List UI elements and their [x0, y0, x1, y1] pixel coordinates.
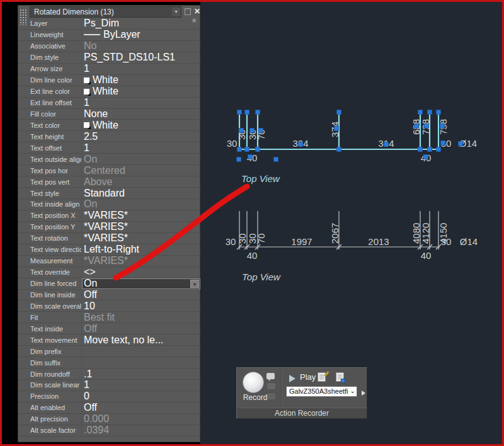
close-icon[interactable]: ✕: [193, 7, 202, 16]
property-row-text-position-x[interactable]: Text position X*VARIES*: [18, 210, 200, 222]
property-label: Dim style: [18, 52, 82, 63]
property-row-lineweight[interactable]: LineweightByLayer: [18, 30, 200, 41]
property-label: Dim prefix: [18, 346, 82, 357]
property-row-text-inside[interactable]: Text insideOff: [18, 323, 200, 334]
action-macro-dropdown[interactable]: GalvZ350A3sheetfi ⌄: [286, 386, 357, 397]
property-value[interactable]: White: [82, 75, 200, 86]
play-button-label[interactable]: Play: [300, 372, 316, 382]
property-label: Dim roundoff: [18, 369, 82, 379]
property-row-dim-prefix[interactable]: Dim prefix: [18, 346, 200, 357]
property-row-alt-enabled[interactable]: Alt enabledOff: [18, 403, 200, 414]
object-type-dropdown[interactable]: Rotated Dimension (13) ▾: [30, 6, 181, 18]
property-row-dim-style[interactable]: Dim stylePS_STD_DS10-LS1: [18, 52, 200, 64]
property-row-text-pos-vert[interactable]: Text pos vertAbove: [18, 176, 200, 188]
property-row-dim-suffix[interactable]: Dim suffix: [18, 357, 200, 369]
property-row-text-inside-align[interactable]: Text inside alignOn: [18, 199, 200, 210]
property-row-dim-line-forced[interactable]: Dim line forcedOn▾: [18, 278, 200, 290]
property-label: Text override: [18, 267, 82, 278]
property-row-text-view-direction[interactable]: Text view directionLeft-to-Right: [18, 244, 200, 256]
panel-separator: [281, 370, 282, 406]
property-value[interactable]: *VARIES*: [82, 233, 200, 244]
property-row-dim-roundoff[interactable]: Dim roundoff.1: [18, 369, 200, 380]
property-value[interactable]: Move text, no le...: [82, 334, 200, 345]
property-row-dim-scale-linear[interactable]: Dim scale linear1: [18, 380, 200, 391]
property-row-fit[interactable]: FitBest fit: [18, 312, 200, 323]
property-value[interactable]: Left-to-Right: [82, 244, 200, 255]
property-row-associative[interactable]: AssociativeNo: [18, 41, 200, 52]
property-row-ext-line-offset[interactable]: Ext line offset1: [18, 98, 200, 109]
property-label: Ext line color: [18, 86, 82, 97]
property-value[interactable]: Ps_Dim: [82, 18, 200, 29]
property-value[interactable]: Standard: [82, 188, 200, 198]
property-value[interactable]: None: [82, 109, 200, 120]
record-button[interactable]: [243, 372, 264, 393]
property-label: Text position Y: [18, 222, 82, 232]
property-value[interactable]: PS_STD_DS10-LS1: [82, 52, 200, 63]
pause-user-input-icon[interactable]: [267, 393, 275, 399]
property-value[interactable]: On: [82, 199, 200, 210]
property-row-dim-scale-overall[interactable]: Dim scale overall10: [18, 300, 200, 312]
property-row-text-position-y[interactable]: Text position Y*VARIES*: [18, 222, 200, 233]
property-row-text-offset[interactable]: Text offset1: [18, 142, 200, 154]
property-value[interactable]: On: [82, 154, 200, 164]
property-value[interactable]: .1: [82, 369, 200, 379]
property-row-dim-line-color[interactable]: Dim line colorWhite: [18, 75, 200, 86]
property-value[interactable]: [82, 346, 200, 357]
quick-select-icon[interactable]: [185, 8, 191, 15]
property-row-text-style[interactable]: Text styleStandard: [18, 188, 200, 199]
property-value[interactable]: *VARIES*: [82, 210, 200, 221]
property-row-measurement[interactable]: Measurement*VARIES*: [18, 256, 200, 267]
property-row-text-pos-hor[interactable]: Text pos horCentered: [18, 165, 200, 176]
property-value[interactable]: *VARIES*: [82, 256, 200, 266]
property-value[interactable]: <>: [82, 267, 200, 278]
property-value[interactable]: No: [82, 41, 200, 52]
property-value[interactable]: 0.000: [82, 414, 200, 425]
property-row-text-color[interactable]: Text colorWhite: [18, 120, 200, 131]
property-row-alt-precision[interactable]: Alt precision0.000: [18, 414, 200, 425]
property-value[interactable]: 1: [82, 98, 200, 108]
chevron-down-icon[interactable]: ▾: [172, 8, 180, 16]
property-row-arrow-size[interactable]: Arrow size1: [18, 64, 200, 75]
property-value[interactable]: White: [82, 120, 200, 130]
property-value[interactable]: ByLayer: [82, 30, 200, 40]
property-row-alt-scale-factor[interactable]: Alt scale factor.0394: [18, 425, 200, 437]
property-row-text-outside-align[interactable]: Text outside alignOn: [18, 154, 200, 165]
property-value[interactable]: 1: [82, 380, 200, 391]
play-icon[interactable]: [289, 375, 295, 382]
property-row-ext-line-color[interactable]: Ext line colorWhite: [18, 86, 200, 98]
property-value[interactable]: Centered: [82, 165, 200, 176]
property-row-fill-color[interactable]: Fill colorNone: [18, 109, 200, 120]
insert-message-icon[interactable]: [266, 373, 275, 379]
property-label: Text position X: [18, 210, 82, 221]
property-value[interactable]: 10: [82, 300, 200, 311]
property-value[interactable]: Off: [82, 290, 200, 300]
property-row-text-movement[interactable]: Text movementMove text, no le...: [18, 334, 200, 346]
color-swatch-icon: [84, 77, 89, 83]
property-row-precision[interactable]: Precision0: [18, 391, 200, 403]
property-value[interactable]: Off: [82, 403, 200, 413]
property-row-dim-line-inside[interactable]: Dim line insideOff: [18, 290, 200, 301]
panel-expand-icon[interactable]: [362, 391, 365, 396]
property-row-layer[interactable]: LayerPs_Dim: [18, 18, 200, 30]
property-value[interactable]: Off: [82, 323, 200, 334]
property-value[interactable]: On▾: [82, 278, 200, 289]
property-value[interactable]: White: [82, 86, 200, 97]
property-value[interactable]: 2.5: [82, 131, 200, 142]
property-value[interactable]: *VARIES*: [82, 222, 200, 232]
property-value[interactable]: 1: [82, 64, 200, 74]
property-row-text-height[interactable]: Text height2.5: [18, 131, 200, 142]
property-value[interactable]: .0394: [82, 425, 200, 436]
property-value[interactable]: Above: [82, 176, 200, 187]
property-value[interactable]: [82, 357, 200, 368]
property-row-text-override[interactable]: Text override<>: [18, 267, 200, 278]
property-value[interactable]: 1: [82, 142, 200, 153]
copy-action-macro-icon[interactable]: [336, 372, 344, 382]
insert-base-point-icon[interactable]: [267, 383, 275, 389]
property-row-text-rotation[interactable]: Text rotation*VARIES*: [18, 233, 200, 244]
property-label: Text offset: [18, 142, 82, 153]
manage-action-macro-icon[interactable]: [318, 372, 326, 382]
property-value[interactable]: 0: [82, 391, 200, 402]
property-label: Arrow size: [18, 64, 82, 74]
property-value[interactable]: Best fit: [82, 312, 200, 323]
value-dropdown-button[interactable]: ▾: [190, 280, 199, 288]
